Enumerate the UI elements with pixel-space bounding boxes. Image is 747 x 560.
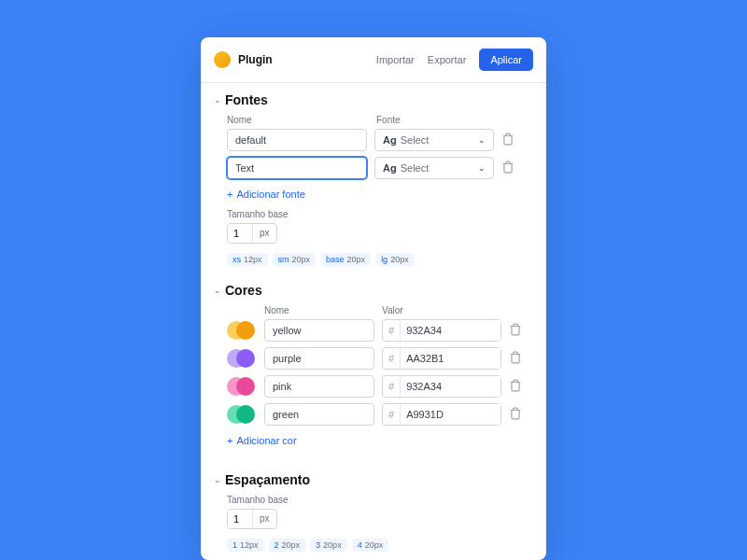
font-name-input[interactable] (227, 157, 367, 179)
name-label: Nome (264, 305, 374, 315)
font-row: Ag Select ⌄ (214, 129, 533, 151)
delete-button[interactable] (501, 161, 516, 175)
colors-column-labels: Nome Valor (214, 305, 533, 315)
swatch-dot (236, 349, 255, 368)
delete-button[interactable] (509, 379, 524, 394)
colors-header[interactable]: ⌄ Cores (214, 283, 533, 298)
chevron-down-icon: ⌄ (478, 135, 486, 145)
content: ⌄ Fontes Nome Fonte Ag Select ⌄ (201, 83, 546, 560)
chevron-down-icon: ⌄ (214, 286, 221, 295)
hash-prefix: # (383, 404, 401, 425)
apply-button[interactable]: Aplicar (479, 49, 533, 71)
color-name-input[interactable] (264, 319, 374, 342)
chevron-down-icon: ⌄ (214, 95, 221, 105)
value-label: Valor (382, 305, 403, 315)
color-name-input[interactable] (264, 347, 374, 370)
font-select-placeholder: Select (401, 162, 430, 174)
hex-value[interactable] (401, 348, 500, 369)
base-size-value[interactable] (228, 224, 252, 243)
font-preview-icon: Ag (383, 162, 397, 174)
swatch-dot (236, 321, 255, 340)
font-select[interactable]: Ag Select ⌄ (374, 129, 494, 151)
font-select-placeholder: Select (401, 134, 430, 146)
hex-value[interactable] (401, 404, 500, 425)
base-size-input: px (227, 223, 277, 244)
base-size-unit: px (252, 224, 276, 243)
fonts-title: Fontes (225, 92, 268, 107)
plugin-panel: Plugin Importar Exportar Aplicar ⌄ Fonte… (201, 37, 546, 560)
hex-value[interactable] (401, 320, 500, 341)
add-font-label: Adicionar fonte (236, 189, 304, 200)
spacing-scale-chips: 112px 220px 320px 420px (227, 539, 533, 552)
scale-chip[interactable]: 220px (269, 539, 306, 552)
base-size-unit: px (252, 510, 276, 528)
colors-title: Cores (225, 283, 262, 298)
delete-button[interactable] (509, 323, 524, 338)
plus-icon: + (227, 189, 233, 200)
base-size-input: px (227, 509, 277, 529)
import-button[interactable]: Importar (376, 54, 415, 65)
scale-chip[interactable]: 112px (227, 539, 264, 552)
scale-chip[interactable]: 320px (310, 539, 347, 552)
fonts-section: ⌄ Fontes Nome Fonte Ag Select ⌄ (214, 92, 533, 266)
trash-icon (501, 133, 514, 146)
spacing-header[interactable]: ⌄ Espaçamento (214, 472, 533, 487)
font-name-input[interactable] (227, 129, 367, 151)
color-swatch[interactable] (227, 320, 257, 341)
base-size-value[interactable] (228, 510, 252, 528)
add-color-label: Adicionar cor (236, 435, 296, 446)
color-row: # (214, 319, 533, 342)
swatch-dot (236, 377, 255, 396)
header-actions: Importar Exportar Aplicar (376, 49, 533, 71)
trash-icon (509, 323, 522, 336)
scale-chip[interactable]: base20px (320, 253, 371, 266)
colors-section: ⌄ Cores Nome Valor # (214, 283, 533, 455)
color-name-input[interactable] (264, 403, 374, 426)
spacing-title: Espaçamento (225, 472, 310, 487)
trash-icon (501, 161, 514, 174)
base-size-label: Tamanho base (227, 209, 533, 219)
spacing-section: ⌄ Espaçamento Tamanho base px 112px 220p… (214, 472, 533, 552)
color-hex-input: # (382, 403, 501, 426)
hash-prefix: # (383, 320, 401, 341)
name-label: Nome (227, 115, 367, 125)
base-size-label: Tamanho base (227, 495, 533, 505)
color-row: # (214, 403, 533, 426)
scale-chip[interactable]: lg20px (375, 253, 415, 266)
fonts-column-labels: Nome Fonte (214, 115, 533, 125)
delete-button[interactable] (509, 407, 524, 422)
scale-chip[interactable]: xs12px (227, 253, 268, 266)
delete-button[interactable] (501, 133, 516, 147)
hex-value[interactable] (401, 376, 500, 397)
trash-icon (509, 407, 522, 420)
trash-icon (509, 351, 522, 364)
color-row: # (214, 375, 533, 398)
font-label: Fonte (376, 115, 533, 125)
add-font-button[interactable]: + Adicionar fonte (227, 189, 305, 200)
color-name-input[interactable] (264, 375, 374, 398)
font-preview-icon: Ag (383, 134, 397, 146)
font-row: Ag Select ⌄ (214, 157, 533, 179)
color-hex-input: # (382, 347, 501, 370)
chevron-down-icon: ⌄ (478, 163, 486, 173)
color-hex-input: # (382, 319, 501, 342)
plus-icon: + (227, 435, 233, 446)
export-button[interactable]: Exportar (428, 54, 467, 65)
color-swatch[interactable] (227, 348, 257, 369)
add-color-button[interactable]: + Adicionar cor (227, 435, 297, 446)
fonts-header[interactable]: ⌄ Fontes (214, 92, 533, 107)
logo-icon (214, 51, 231, 68)
scale-chip[interactable]: sm20px (273, 253, 317, 266)
color-row: # (214, 347, 533, 370)
hash-prefix: # (383, 376, 401, 397)
font-select[interactable]: Ag Select ⌄ (374, 157, 494, 179)
scale-chip[interactable]: 420px (352, 539, 389, 552)
trash-icon (509, 379, 522, 392)
color-hex-input: # (382, 375, 501, 398)
header: Plugin Importar Exportar Aplicar (201, 37, 546, 83)
hash-prefix: # (383, 348, 401, 369)
swatch-dot (236, 405, 255, 424)
color-swatch[interactable] (227, 404, 257, 425)
delete-button[interactable] (509, 351, 524, 366)
color-swatch[interactable] (227, 376, 257, 397)
